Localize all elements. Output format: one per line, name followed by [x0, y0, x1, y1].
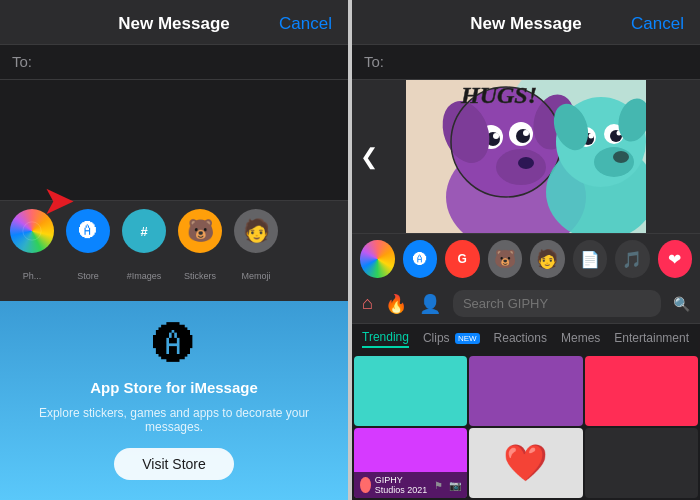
stickers-symbol-right: 🐻: [494, 248, 516, 270]
store-label: Store: [77, 271, 99, 281]
svg-point-0: [23, 222, 41, 240]
gif-card: ✕: [406, 80, 646, 233]
svg-point-27: [613, 151, 629, 163]
store-symbol: 🅐: [79, 221, 97, 242]
camera-icon[interactable]: 📷: [449, 480, 461, 491]
gif-cell-2[interactable]: [469, 356, 582, 426]
memoji-icon-right[interactable]: 🧑: [530, 240, 565, 278]
left-title: New Message: [118, 14, 230, 34]
svg-point-21: [589, 133, 594, 138]
heart-3d-icon: ❤️: [503, 442, 548, 484]
images-symbol: #: [140, 224, 147, 239]
right-cancel-button[interactable]: Cancel: [631, 14, 684, 34]
giphy-panel: ⌂ 🔥 👤 🔍 Trending Clips NEW Reactions Mem…: [352, 284, 700, 500]
app-icon-photos-wrapper: Ph...: [10, 209, 54, 281]
left-cancel-button[interactable]: Cancel: [279, 14, 332, 34]
photos-svg: [21, 220, 43, 242]
photos-icon-right[interactable]: [360, 240, 395, 278]
gif-cell-4[interactable]: GIPHY Studios 2021 ⚑ 📷: [354, 428, 467, 498]
tab-reactions[interactable]: Reactions: [494, 331, 547, 347]
stickers-icon-right[interactable]: 🐻: [488, 240, 523, 278]
tab-memes[interactable]: Memes: [561, 331, 600, 347]
app-bar-left: Ph... 🅐 Store # #Images 🐻: [0, 200, 348, 301]
visit-store-button[interactable]: Visit Store: [114, 448, 234, 480]
gif-cell-5[interactable]: ❤️: [469, 428, 582, 498]
stickers-icon-button[interactable]: 🐻: [178, 209, 222, 253]
memoji-symbol: 🧑: [243, 218, 270, 244]
store-popup: 🅐 App Store for iMessage Explore sticker…: [0, 301, 348, 500]
app-icon-images-wrapper: # #Images: [122, 209, 166, 281]
stickers-symbol: 🐻: [187, 218, 214, 244]
giphy-nav: ⌂ 🔥 👤 🔍: [352, 284, 700, 324]
gif-cell-3[interactable]: [585, 356, 698, 426]
memoji-symbol-right: 🧑: [536, 248, 558, 270]
giphy-search-input[interactable]: [463, 296, 651, 311]
studio-avatar: [360, 477, 371, 493]
music-symbol: 🎵: [622, 250, 642, 269]
giphy-search-bar[interactable]: [453, 290, 661, 317]
photos-icon-button[interactable]: [10, 209, 54, 253]
to-field-left[interactable]: To:: [0, 45, 348, 80]
gif-cell-6[interactable]: [585, 428, 698, 498]
tab-clips[interactable]: Clips NEW: [423, 331, 480, 347]
app-icon-stickers-wrapper: 🐻 Stickers: [178, 209, 222, 281]
tab-entertainment[interactable]: Entertainment: [614, 331, 689, 347]
store-icon-button[interactable]: 🅐: [66, 209, 110, 253]
home-icon[interactable]: ⌂: [362, 293, 373, 314]
user-icon[interactable]: 👤: [419, 293, 441, 315]
app-bar-container: ➤ Ph... 🅐 Store: [0, 200, 348, 500]
store-symbol-right: 🅐: [413, 251, 427, 267]
memoji-icon-button[interactable]: 🧑: [234, 209, 278, 253]
dog-illustration: SENDING HUGS!: [406, 80, 646, 233]
to-field-right[interactable]: To:: [352, 45, 700, 80]
studio-text: GIPHY Studios 2021: [375, 475, 431, 495]
to-label-left: To:: [12, 53, 32, 70]
store-popup-title: App Store for iMessage: [90, 379, 258, 396]
file-symbol: 📄: [580, 250, 600, 269]
gif-cell-1[interactable]: [354, 356, 467, 426]
right-title: New Message: [470, 14, 582, 34]
images-label: #Images: [127, 271, 162, 281]
giphy-tabs: Trending Clips NEW Reactions Memes Enter…: [352, 324, 700, 354]
trending-icon[interactable]: 🔥: [385, 293, 407, 315]
chevron-left-icon[interactable]: ❮: [360, 144, 378, 170]
heart-symbol: ❤: [668, 250, 681, 269]
photos-label: Ph...: [23, 271, 42, 281]
gif-preview-area: ❮ ✕: [352, 80, 700, 233]
right-panel: New Message Cancel To: ❮ ✕: [352, 0, 700, 500]
store-popup-icon: 🅐: [153, 321, 195, 369]
giphy-icon-right[interactable]: G: [445, 240, 480, 278]
app-icon-store-wrapper: 🅐 Store: [66, 209, 110, 281]
message-area-left[interactable]: [0, 80, 348, 200]
app-icons-row-right: 🅐 G 🐻 🧑 📄 🎵 ❤: [352, 233, 700, 284]
studio-actions: ⚑ 📷: [434, 480, 461, 491]
file-icon-right[interactable]: 📄: [573, 240, 608, 278]
right-header: New Message Cancel: [352, 0, 700, 45]
store-icon-right[interactable]: 🅐: [403, 240, 438, 278]
store-popup-subtitle: Explore stickers, games and apps to deco…: [20, 406, 328, 434]
heart-icon-right[interactable]: ❤: [658, 240, 693, 278]
left-header: New Message Cancel: [0, 0, 348, 45]
svg-point-12: [523, 130, 529, 136]
to-label-right: To:: [364, 53, 384, 70]
giphy-studio-label: GIPHY Studios 2021 ⚑ 📷: [354, 472, 467, 498]
giphy-symbol: G: [458, 252, 467, 266]
memoji-label: Memoji: [241, 271, 270, 281]
stickers-label: Stickers: [184, 271, 216, 281]
left-panel: New Message Cancel To: ➤ Ph...: [0, 0, 348, 500]
search-icon[interactable]: 🔍: [673, 296, 690, 312]
svg-point-6: [518, 157, 534, 169]
images-icon-button[interactable]: #: [122, 209, 166, 253]
svg-point-18: [594, 147, 634, 177]
svg-text:HUGS!: HUGS!: [460, 82, 537, 108]
gif-grid: GIPHY Studios 2021 ⚑ 📷 ❤️: [352, 354, 700, 500]
music-icon-right[interactable]: 🎵: [615, 240, 650, 278]
tab-trending[interactable]: Trending: [362, 330, 409, 348]
flag-icon[interactable]: ⚑: [434, 480, 443, 491]
svg-point-9: [493, 133, 499, 139]
clips-badge: NEW: [455, 333, 480, 344]
app-icon-memoji-wrapper: 🧑 Memoji: [234, 209, 278, 281]
